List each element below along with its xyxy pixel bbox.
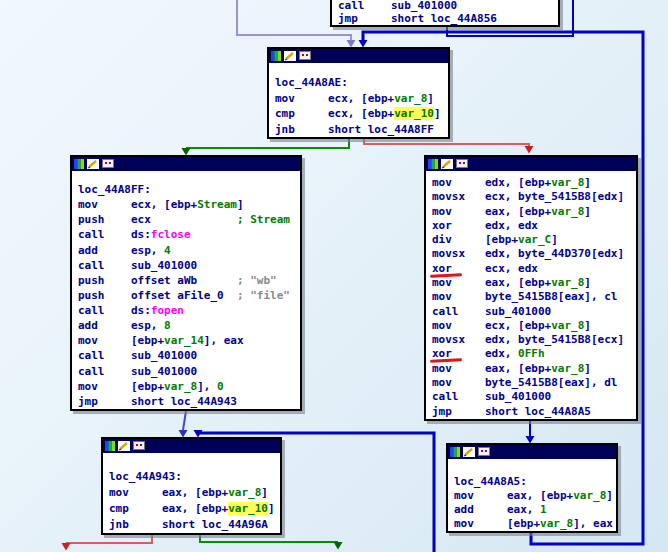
asm-token: var_8	[394, 92, 427, 105]
asm-line[interactable]: loc_44A8AE:	[275, 75, 448, 91]
node-info-icon[interactable]	[299, 51, 311, 61]
asm-token: ]	[584, 176, 591, 189]
asm-line[interactable]: xor edx, 0FFh	[432, 347, 636, 361]
asm-line[interactable]: xor edx, edx	[432, 219, 636, 233]
blank-line	[72, 171, 300, 179]
asm-token: add eax,	[454, 503, 540, 516]
asm-line[interactable]: jmp short loc_44A856	[338, 12, 558, 25]
asm-line[interactable]: push ecx ; Stream	[78, 212, 300, 227]
asm-line[interactable]: mov eax, [ebp+var_8]	[432, 205, 636, 219]
asm-token: mov edx, [ebp+	[432, 176, 551, 189]
asm-code: loc_44A8A5:mov eax, [ebp+var_8]add eax, …	[448, 472, 616, 531]
asm-token: var_8	[228, 486, 261, 499]
asm-line[interactable]: loc_44A8A5:	[454, 475, 616, 489]
asm-token: var_8	[573, 489, 606, 502]
asm-line[interactable]: call sub_401000	[338, 0, 558, 12]
asm-line[interactable]: movsx edx, byte_5415B8[ecx]	[432, 333, 636, 347]
asm-line[interactable]: mov [ebp+var_8], eax	[454, 517, 616, 531]
edit-pencil-icon[interactable]	[284, 51, 296, 61]
edit-pencil-icon[interactable]	[87, 159, 99, 169]
block-title-bar	[72, 157, 300, 171]
asm-token: 1	[540, 503, 547, 516]
asm-line[interactable]: mov ecx, [ebp+var_8]	[432, 319, 636, 333]
asm-token: jmp short loc_44A856	[338, 12, 497, 25]
graph-canvas[interactable]: call sub_401000jmp short loc_44A856loc_4…	[0, 0, 668, 552]
asm-token: 8	[164, 319, 171, 332]
asm-token: mov ecx, [ebp+	[432, 319, 551, 332]
asm-token: fclose	[151, 228, 191, 241]
edit-pencil-icon[interactable]	[441, 159, 453, 169]
asm-line[interactable]: cmp ecx, [ebp+var_10]	[275, 106, 448, 122]
node-color-swatch-icon[interactable]	[271, 51, 281, 61]
asm-line[interactable]: loc_44A8FF:	[78, 182, 300, 197]
asm-line[interactable]: call sub_401000	[78, 364, 300, 379]
asm-code: loc_44A943:mov eax, [ebp+var_8]cmp eax, …	[103, 466, 280, 533]
block-frag-44A84E[interactable]: call sub_401000jmp short loc_44A856	[330, 0, 560, 27]
node-info-icon[interactable]	[456, 159, 468, 169]
asm-line[interactable]: call ds:fopen	[78, 303, 300, 318]
asm-line[interactable]: movsx edx, byte_44D370[edx]	[432, 247, 636, 261]
asm-line[interactable]: mov ecx, [ebp+var_8]	[275, 91, 448, 107]
asm-line[interactable]: mov eax, [ebp+var_8]	[432, 362, 636, 376]
asm-token: ]	[268, 502, 275, 515]
asm-token: ; "wb"	[237, 274, 277, 287]
asm-line[interactable]: add esp, 8	[78, 318, 300, 333]
branch-false-edge-offscreen-bottom-left	[66, 535, 152, 543]
asm-line[interactable]: jmp short loc_44A8A5	[432, 405, 636, 419]
asm-line[interactable]: mov byte_5415B8[eax], dl	[432, 376, 636, 390]
node-color-swatch-icon[interactable]	[428, 159, 438, 169]
node-color-swatch-icon[interactable]	[450, 447, 460, 457]
asm-token: push ecx	[78, 213, 151, 226]
branch-false-edge-to-xor-block-arrowhead	[525, 146, 534, 154]
asm-token: ]	[551, 233, 558, 246]
asm-token: ]	[606, 489, 613, 502]
blank-line	[103, 453, 280, 466]
asm-line[interactable]: mov byte_5415B8[eax], cl	[432, 290, 636, 304]
block-loc_44A943[interactable]: loc_44A943:mov eax, [ebp+var_8]cmp eax, …	[101, 437, 282, 535]
asm-line[interactable]: cmp eax, [ebp+var_10]	[109, 501, 280, 517]
asm-token: movsx edx, byte_5415B8[ecx]	[432, 333, 624, 346]
asm-token: jnb short loc_44A8FF	[275, 123, 434, 136]
edit-pencil-icon[interactable]	[118, 441, 130, 451]
asm-token: 4	[164, 244, 171, 257]
asm-line[interactable]: push offset aFile_0 ; "file"	[78, 288, 300, 303]
asm-line[interactable]: call sub_401000	[432, 305, 636, 319]
node-info-icon[interactable]	[133, 441, 145, 451]
asm-line[interactable]: xor ecx, edx	[432, 262, 636, 276]
asm-line[interactable]: jnb short loc_44A96A	[109, 517, 280, 533]
asm-line[interactable]: call ds:fclose	[78, 227, 300, 242]
node-color-swatch-icon[interactable]	[74, 159, 84, 169]
node-info-icon[interactable]	[478, 447, 490, 457]
asm-line[interactable]: mov [ebp+var_14], eax	[78, 333, 300, 348]
asm-line[interactable]: div [ebp+var_C]	[432, 233, 636, 247]
asm-line[interactable]: push offset aWb ; "wb"	[78, 273, 300, 288]
asm-line[interactable]: mov eax, [ebp+var_8]	[109, 485, 280, 501]
asm-line[interactable]: call sub_401000	[432, 390, 636, 404]
asm-line[interactable]: jnb short loc_44A8FF	[275, 122, 448, 138]
node-info-icon[interactable]	[102, 159, 114, 169]
asm-line[interactable]: loc_44A943:	[109, 469, 280, 485]
asm-line[interactable]: mov ecx, [ebp+Stream]	[78, 197, 300, 212]
asm-line[interactable]: mov [ebp+var_8], 0	[78, 379, 300, 394]
asm-line[interactable]: add esp, 4	[78, 243, 300, 258]
asm-line[interactable]: movsx ecx, byte_5415B8[edx]	[432, 190, 636, 204]
asm-token: var_8	[551, 205, 584, 218]
asm-line[interactable]: call sub_401000	[78, 258, 300, 273]
asm-line[interactable]: jmp short loc_44A943	[78, 394, 300, 409]
asm-token: call sub_401000	[78, 365, 197, 378]
asm-token: loc_44A943:	[109, 470, 182, 483]
node-color-swatch-icon[interactable]	[105, 441, 115, 451]
asm-token: ]	[584, 362, 591, 375]
asm-line[interactable]: mov eax, [ebp+var_8]	[454, 489, 616, 503]
block-loc_44A8FF[interactable]: loc_44A8FF:mov ecx, [ebp+Stream]push ecx…	[70, 155, 302, 411]
asm-token: call sub_401000	[432, 305, 551, 318]
asm-line[interactable]: mov edx, [ebp+var_8]	[432, 176, 636, 190]
block-loc_44A8A5[interactable]: loc_44A8A5:mov eax, [ebp+var_8]add eax, …	[446, 443, 618, 533]
asm-line[interactable]: add eax, 1	[454, 503, 616, 517]
edit-pencil-icon[interactable]	[463, 447, 475, 457]
asm-code: call sub_401000jmp short loc_44A856	[332, 0, 558, 25]
block-xor-block-44A8C1[interactable]: mov edx, [ebp+var_8]movsx ecx, byte_5415…	[424, 155, 638, 421]
asm-line[interactable]: mov eax, [ebp+var_8]	[432, 276, 636, 290]
asm-line[interactable]: call sub_401000	[78, 348, 300, 363]
block-loc_44A8AE[interactable]: loc_44A8AE:mov ecx, [ebp+var_8]cmp ecx, …	[267, 47, 450, 139]
